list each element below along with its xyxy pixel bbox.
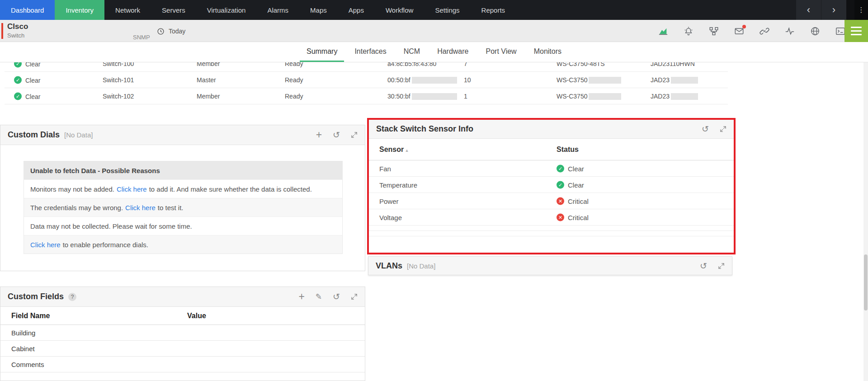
tab-interfaces[interactable]: Interfaces (348, 42, 393, 62)
tab-port-view[interactable]: Port View (479, 42, 523, 62)
click-here-link[interactable]: Click here (117, 185, 147, 193)
device-tabs: Summary Interfaces NCM Hardware Port Vie… (0, 42, 868, 62)
add-field-icon[interactable] (298, 292, 304, 302)
edit-icon[interactable] (316, 293, 322, 301)
reason-text: to add it. And make sure whether the dat… (149, 185, 312, 193)
vertical-scrollbar[interactable] (863, 62, 868, 381)
add-dial-icon[interactable] (316, 130, 322, 140)
sensor-row: Temperature Clear (369, 177, 734, 193)
device-name: CIsco (7, 22, 28, 31)
sensor-name: Temperature (379, 181, 417, 188)
refresh-icon[interactable] (333, 131, 340, 139)
table-row[interactable]: Clear Switch-101 Master Ready 00:50:bf 1… (0, 72, 735, 88)
top-nav: Dashboard Inventory Network Servers Virt… (0, 0, 868, 20)
status-critical-icon (557, 213, 564, 221)
nav-item-maps[interactable]: Maps (299, 0, 338, 20)
expand-icon[interactable] (351, 132, 358, 138)
status-clear-icon (14, 76, 22, 84)
reasons-title: Unable to fetch Data - Possible Reasons (24, 161, 342, 179)
expand-icon[interactable] (718, 263, 725, 269)
reason-text: Data may not be collected. Please wait f… (30, 222, 192, 230)
switch-serial: JAD23 (651, 93, 670, 100)
tab-ncm[interactable]: NCM (397, 42, 427, 62)
sensor-name: Power (379, 197, 399, 205)
switch-serial: JAD23 (651, 76, 670, 84)
link-icon[interactable] (759, 26, 770, 37)
sensor-column-header[interactable]: Sensor (379, 146, 408, 154)
switch-state: Ready (285, 76, 303, 84)
switch-model: WS-C3750-48TS (557, 62, 605, 67)
help-icon[interactable] (68, 293, 76, 301)
switch-name: Switch-100 (103, 62, 134, 67)
reason-text: Monitors may not be added. (30, 185, 114, 193)
nav-item-virtualization[interactable]: Virtualization (196, 0, 257, 20)
panel-title: Stack Switch Sensor Info (376, 124, 473, 134)
reason-text: to test it. (158, 204, 184, 212)
tab-monitors[interactable]: Monitors (527, 42, 568, 62)
device-protocol-label: SNMP (133, 34, 150, 41)
custom-dials-header: Custom Dials [No Data] (0, 125, 365, 145)
tab-hardware[interactable]: Hardware (430, 42, 475, 62)
nav-item-apps[interactable]: Apps (338, 0, 375, 20)
scrollbar-thumb[interactable] (864, 254, 868, 310)
nav-item-servers[interactable]: Servers (151, 0, 196, 20)
nav-item-alarms[interactable]: Alarms (256, 0, 299, 20)
stack-members-table: Clear Switch-100 Member Ready a4:8c:b5:f… (0, 62, 735, 105)
switch-slot: 7 (464, 62, 467, 67)
performance-chart-icon[interactable] (658, 26, 669, 37)
refresh-icon[interactable] (702, 125, 709, 133)
mail-notification-dot (742, 25, 746, 28)
status-label: Clear (25, 62, 40, 67)
redacted-value (589, 93, 621, 100)
vlans-header: VLANs [No Data] (368, 257, 732, 275)
hamburger-menu-button[interactable] (844, 20, 868, 42)
globe-icon[interactable] (810, 26, 821, 37)
sort-ascending-icon (406, 147, 408, 153)
nav-forward-icon[interactable]: › (821, 0, 846, 20)
status-clear-icon (557, 165, 564, 172)
redacted-value (671, 77, 698, 84)
switch-model: WS-C3750 (557, 76, 587, 84)
refresh-icon[interactable] (700, 262, 707, 270)
tab-summary[interactable]: Summary (300, 42, 344, 62)
time-range-selector[interactable]: Today (155, 26, 185, 37)
alarm-bell-icon[interactable] (683, 26, 694, 37)
status-label: Clear (25, 93, 40, 100)
click-here-link[interactable]: Click here (30, 241, 61, 249)
status-clear-icon (14, 62, 22, 68)
click-here-link[interactable]: Click here (125, 204, 156, 212)
nav-right-controls: ‹ › ⋮ (796, 0, 868, 20)
redacted-value (589, 77, 621, 84)
status-critical-icon (557, 197, 564, 205)
nav-overflow-icon[interactable]: ⋮ (854, 0, 868, 20)
table-row[interactable]: Clear Switch-100 Member Ready a4:8c:b5:f… (0, 62, 735, 72)
custom-field-row: Cabinet (0, 341, 365, 357)
time-range-label: Today (169, 28, 185, 35)
custom-field-row: Comments (0, 357, 365, 372)
table-row[interactable]: Clear Switch-102 Member Ready 30:50:bf 1… (0, 88, 735, 104)
device-header-bar: CIsco Switch SNMP Today (0, 20, 868, 42)
redacted-value (412, 93, 457, 100)
nav-back-icon[interactable]: ‹ (796, 0, 821, 20)
expand-icon[interactable] (351, 293, 358, 300)
switch-role: Member (197, 93, 220, 100)
redacted-value (412, 77, 457, 84)
refresh-icon[interactable] (333, 292, 340, 301)
expand-icon[interactable] (720, 126, 726, 132)
switch-slot: 10 (464, 76, 471, 84)
nav-item-inventory[interactable]: Inventory (55, 0, 104, 20)
sensor-status-label: Critical (568, 213, 589, 221)
sensor-info-highlight-box: Stack Switch Sensor Info Sensor Status F… (367, 118, 736, 254)
nav-item-network[interactable]: Network (104, 0, 151, 20)
nav-item-workflow[interactable]: Workflow (375, 0, 424, 20)
nav-item-reports[interactable]: Reports (471, 0, 516, 20)
custom-fields-table-header: Field Name Value (0, 307, 365, 325)
sensor-name: Voltage (379, 213, 402, 221)
severity-accent-bar (1, 23, 3, 39)
mail-icon[interactable] (734, 26, 745, 37)
sparkline-icon[interactable] (784, 26, 795, 37)
topology-icon[interactable] (708, 26, 719, 37)
nav-item-dashboard[interactable]: Dashboard (0, 0, 55, 20)
status-clear-icon (14, 93, 22, 100)
nav-item-settings[interactable]: Settings (424, 0, 470, 20)
